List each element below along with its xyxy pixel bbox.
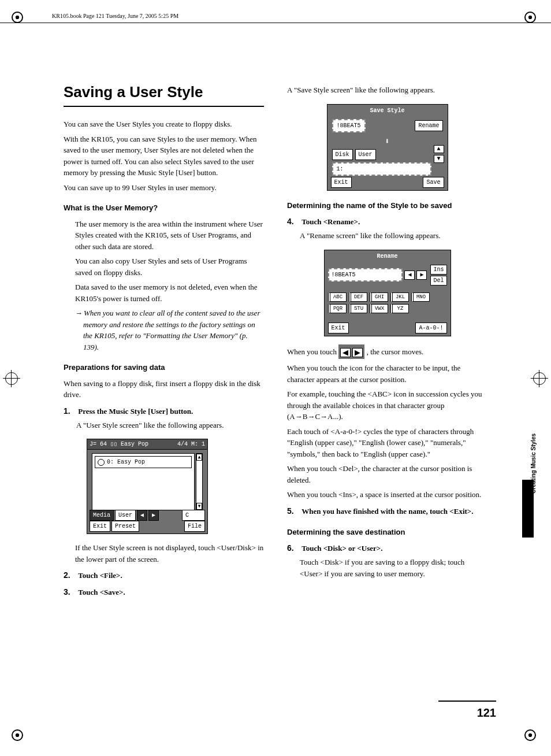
user-button: User — [355, 149, 376, 160]
name-field: !8BEAT5 — [332, 119, 366, 132]
para: With the KR105, you can save Styles to t… — [64, 134, 264, 179]
para: You can save up to 99 User Styles in use… — [64, 182, 264, 194]
heading-user-memory: What is the User Memory? — [64, 202, 264, 214]
key-vwx: VWX — [370, 304, 388, 313]
key-ghi: GHI — [370, 292, 388, 302]
preset-button: Preset — [111, 521, 139, 532]
step-3: 3. Touch <Save>. — [64, 586, 264, 598]
name-field: !8BEAT5 — [328, 268, 403, 281]
para-cursor: When you touch ◀ ▶ , the cursor moves. — [287, 344, 487, 360]
figure-save-style-screen: Save Style !8BEAT5 Rename ⬇ Disk User 1:… — [327, 104, 448, 191]
registration-mark-icon — [531, 370, 548, 387]
crop-mark-icon — [524, 729, 539, 744]
screen-list-area: 0: Easy Pop — [92, 453, 195, 510]
file-button: File — [184, 521, 205, 532]
text-suffix: , the cursor moves. — [367, 347, 424, 356]
tempo-info: J= 64 ▯▯ Easy Pop — [90, 439, 148, 449]
para: The user memory is the area within the i… — [75, 218, 264, 253]
keypad-row: ABC DEF GHI JKL MNO — [328, 292, 447, 302]
arrow-down-icon: ▼ — [434, 155, 444, 163]
slot-arrows: ▲ ▼ — [434, 145, 444, 163]
para: When you touch <Ins>, a space is inserte… — [287, 489, 487, 501]
media-button: Media — [90, 510, 114, 521]
step-2: 2. Touch <File>. — [64, 569, 264, 581]
key-abc: ABC — [328, 292, 347, 302]
para: You can save the User Styles you create … — [64, 118, 264, 130]
cross-reference: When you want to clear all of the conten… — [75, 307, 264, 353]
key-stu: STU — [349, 304, 367, 313]
para: When saving to a floppy disk, first inse… — [64, 378, 264, 401]
left-column: Saving a User Style You can save the Use… — [64, 81, 264, 603]
cursor-left-icon: ◀ — [340, 348, 351, 357]
figure-rename-screen: Rename !8BEAT5 ◀ ▶ Ins Del ABC DEF GHI — [324, 250, 451, 336]
header-meta: KR105.book Page 121 Tuesday, June 7, 200… — [52, 12, 516, 20]
screen-row: Exit A-a-0-! — [328, 323, 447, 333]
figure-user-style-screen: J= 64 ▯▯ Easy Pop 4/4 M: 1 0: Easy Pop ▴… — [87, 439, 208, 534]
page-number: 121 — [438, 701, 496, 721]
para: You can also copy User Styles and sets o… — [75, 255, 264, 278]
key-def: DEF — [349, 292, 367, 302]
disc-icon — [98, 459, 105, 466]
page: KR105.book Page 121 Tuesday, June 7, 200… — [0, 0, 551, 756]
crop-mark-icon — [12, 12, 27, 27]
screen-row: !8BEAT5 Rename — [327, 117, 448, 135]
two-column-content: Saving a User Style You can save the Use… — [35, 81, 516, 603]
c-field: C — [182, 510, 205, 521]
slot-field: 1: — [332, 162, 431, 176]
ins-del-group: Ins Del — [430, 265, 446, 286]
step-text: Touch <File>. — [78, 571, 122, 580]
para: For example, touching the <ABC> icon in … — [287, 388, 487, 423]
next-icon: ▶ — [148, 510, 159, 521]
scroll-down-icon: ▾ — [196, 503, 202, 510]
list-item-label: 0: Easy Pop — [107, 458, 145, 466]
heading-preparations: Preparations for saving data — [64, 362, 264, 373]
exit-button: Exit — [90, 521, 110, 532]
step-4: 4. Touch <Rename>. A "Rename screen" lik… — [287, 216, 487, 242]
rename-button: Rename — [415, 120, 442, 131]
step-number: 4. — [287, 216, 300, 228]
cursor-left-icon: ◀ — [404, 270, 415, 280]
para: Each touch of <A-a-0-!> cycles the type … — [287, 426, 487, 460]
cursor-right-icon: ▶ — [352, 348, 363, 357]
key-yz: YZ — [390, 304, 409, 313]
arrow-down-icon: ⬇ — [327, 135, 448, 149]
ins-button: Ins — [430, 265, 446, 275]
screen-title: Rename — [325, 250, 451, 262]
heading-destination: Determining the save destination — [287, 527, 487, 538]
step-5: 5. When you have finished with the name,… — [287, 505, 487, 517]
crop-mark-icon — [524, 12, 539, 27]
scrollbar: ▴ ▾ — [196, 453, 203, 510]
step-number: 5. — [287, 505, 300, 517]
time-sig-info: 4/4 M: 1 — [177, 439, 205, 449]
screen-row: Disk User — [327, 149, 448, 160]
list-item: 0: Easy Pop — [95, 456, 192, 468]
screen-row: !8BEAT5 ◀ ▶ Ins Del — [325, 262, 451, 288]
key-pqr: PQR — [328, 304, 347, 313]
step-number: 3. — [64, 586, 76, 598]
step-text: When you have finished with the name, to… — [301, 507, 473, 516]
step-text: Touch <Save>. — [78, 588, 125, 596]
inline-cursor-buttons: ◀ ▶ — [338, 344, 364, 360]
screen-row: Exit Preset File — [90, 521, 205, 532]
screen-row: Exit Save — [331, 177, 444, 188]
step-number: 1. — [64, 405, 76, 417]
para: Data saved to the user memory is not del… — [75, 281, 264, 304]
disk-button: Disk — [332, 149, 353, 160]
step-1: 1. Press the Music Style [User] button. … — [64, 405, 264, 431]
para: A "Save Style screen" like the following… — [287, 84, 487, 96]
key-mno: MNO — [411, 292, 430, 302]
exit-button: Exit — [331, 177, 352, 188]
para: When you touch the icon for the characte… — [287, 362, 487, 385]
cursor-right-icon: ▶ — [416, 270, 427, 280]
step-text: Touch <Rename>. — [301, 217, 360, 226]
para: If the User Style screen is not displaye… — [75, 542, 264, 565]
char-mode-button: A-a-0-! — [415, 323, 446, 333]
side-tab-marker — [522, 480, 534, 538]
exit-button: Exit — [328, 323, 349, 333]
keypad-row: PQR STU VWX YZ — [328, 304, 447, 313]
top-rule — [0, 23, 551, 23]
arrow-up-icon: ▲ — [434, 145, 444, 153]
step-body: A "User Style screen" like the following… — [76, 420, 264, 431]
del-button: Del — [430, 276, 446, 286]
screen-title-bar: J= 64 ▯▯ Easy Pop 4/4 M: 1 — [87, 439, 207, 450]
